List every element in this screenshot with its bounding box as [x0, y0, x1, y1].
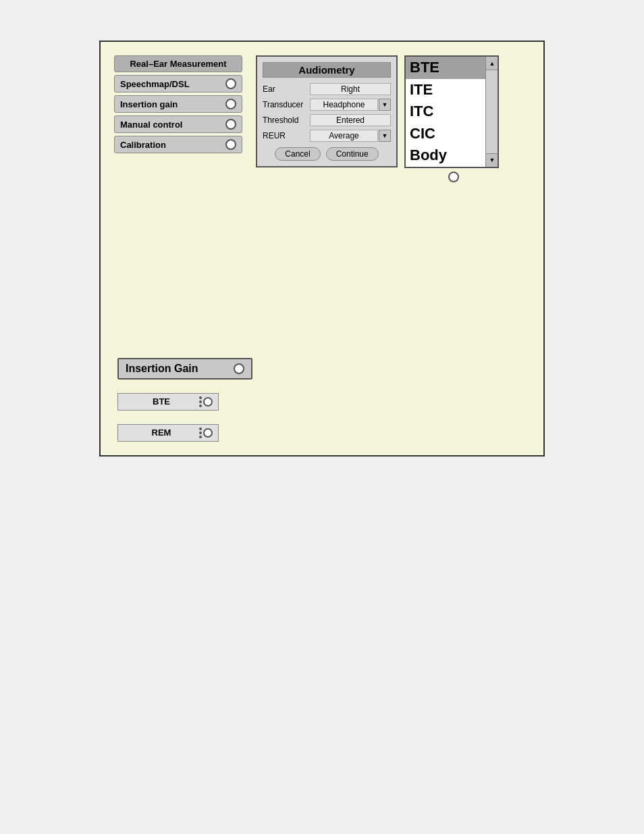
list-radio[interactable]: [448, 172, 459, 182]
insertion-gain-main-label: Insertion Gain: [126, 363, 198, 375]
rem-selector-label: REM: [124, 427, 199, 438]
rem-dots-left: [199, 427, 202, 438]
insertion-gain-main-btn[interactable]: Insertion Gain: [117, 358, 252, 380]
reur-select[interactable]: Average ▼: [310, 130, 391, 142]
transducer-row: Transducer Headphone ▼: [263, 99, 391, 111]
manual-control-radio[interactable]: [225, 119, 236, 130]
bte-list-items: BTE ITE ITC CIC Body: [406, 57, 485, 167]
insertion-gain-row: Insertion Gain: [117, 358, 530, 380]
bte-dot-2: [199, 400, 202, 403]
transducer-value: Headphone: [310, 99, 378, 111]
ear-value: Right: [310, 83, 391, 95]
bte-selector-row: BTE: [117, 393, 530, 411]
insertion-gain-main-radio[interactable]: [234, 363, 244, 374]
rem-dot-2: [199, 432, 202, 434]
reur-label: REUR: [263, 131, 310, 140]
bte-list-container: BTE ITE ITC CIC Body ▲ ▼: [404, 55, 499, 168]
list-radio-container: [404, 172, 502, 182]
bte-dots-left: [199, 396, 202, 407]
reur-row: REUR Average ▼: [263, 130, 391, 142]
manual-control-btn[interactable]: Manual control: [114, 115, 242, 133]
rem-selector-icon: [199, 427, 213, 438]
insertion-gain-radio[interactable]: [225, 99, 236, 109]
main-container: Real–Ear Measurement Speechmap/DSL Inser…: [99, 41, 545, 457]
rem-title: Real–Ear Measurement: [114, 55, 242, 72]
speechmap-btn[interactable]: Speechmap/DSL: [114, 75, 242, 93]
continue-button[interactable]: Continue: [326, 147, 379, 161]
bte-dot-3: [199, 405, 202, 407]
bte-selector-label: BTE: [124, 396, 199, 407]
bte-list-wrapper: BTE ITE ITC CIC Body ▲ ▼: [406, 57, 498, 167]
transducer-label: Transducer: [263, 100, 310, 109]
right-panel: BTE ITE ITC CIC Body ▲ ▼: [404, 55, 502, 182]
bte-selector-btn[interactable]: BTE: [117, 393, 219, 411]
insertion-gain-label: Insertion gain: [120, 99, 178, 109]
reur-dropdown-btn[interactable]: ▼: [379, 130, 391, 142]
audiometry-box: Audiometry Ear Right Transducer Headphon…: [256, 55, 398, 167]
left-panel: Real–Ear Measurement Speechmap/DSL Inser…: [114, 55, 249, 156]
bte-dot-1: [199, 396, 202, 399]
transducer-dropdown-icon: ▼: [382, 101, 388, 108]
manual-control-label: Manual control: [120, 120, 182, 130]
bte-item-body[interactable]: Body: [406, 145, 485, 167]
transducer-select[interactable]: Headphone ▼: [310, 99, 391, 111]
bte-item-itc[interactable]: ITC: [406, 101, 485, 123]
bte-selector-radio[interactable]: [203, 397, 213, 407]
scroll-down-btn[interactable]: ▼: [486, 153, 498, 167]
rem-dot-3: [199, 436, 202, 438]
speechmap-radio[interactable]: [225, 78, 236, 89]
speechmap-label: Speechmap/DSL: [120, 79, 190, 89]
top-section: Real–Ear Measurement Speechmap/DSL Inser…: [114, 55, 530, 182]
rem-selector-radio[interactable]: [203, 428, 213, 438]
threshold-value: Entered: [310, 114, 391, 126]
bte-item-ite[interactable]: ITE: [406, 79, 485, 101]
threshold-label: Threshold: [263, 115, 310, 125]
bte-selector-icon: [199, 396, 213, 407]
audiometry-buttons: Cancel Continue: [263, 147, 391, 161]
ear-label: Ear: [263, 84, 310, 94]
ear-row: Ear Right: [263, 83, 391, 95]
bte-scrollbar: ▲ ▼: [485, 57, 498, 167]
threshold-row: Threshold Entered: [263, 114, 391, 126]
rem-selector-row: REM: [117, 424, 530, 442]
reur-dropdown-icon: ▼: [382, 132, 388, 139]
bte-item-bte[interactable]: BTE: [406, 57, 485, 79]
cancel-button[interactable]: Cancel: [275, 147, 320, 161]
bottom-section: Insertion Gain BTE REM: [114, 358, 530, 442]
calibration-radio[interactable]: [225, 139, 236, 150]
calibration-label: Calibration: [120, 140, 166, 150]
bte-item-cic[interactable]: CIC: [406, 123, 485, 145]
calibration-btn[interactable]: Calibration: [114, 136, 242, 153]
insertion-gain-btn[interactable]: Insertion gain: [114, 95, 242, 113]
transducer-dropdown-btn[interactable]: ▼: [379, 99, 391, 111]
audiometry-title: Audiometry: [263, 62, 391, 78]
rem-dot-1: [199, 427, 202, 430]
scroll-up-btn[interactable]: ▲: [486, 57, 498, 70]
rem-selector-btn[interactable]: REM: [117, 424, 219, 442]
reur-value: Average: [310, 130, 378, 142]
audiometry-panel: Audiometry Ear Right Transducer Headphon…: [256, 55, 398, 167]
